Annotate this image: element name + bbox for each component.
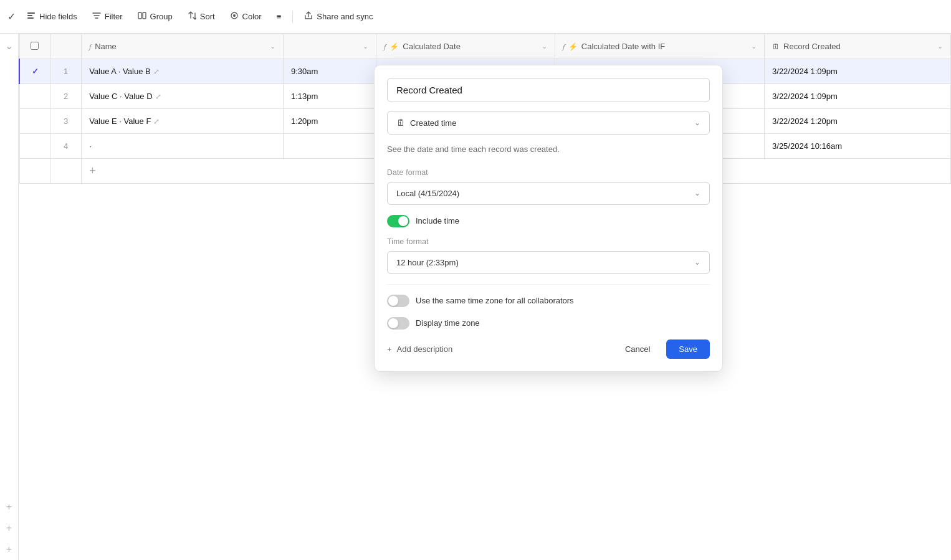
time-format-label: Time format bbox=[387, 237, 710, 246]
add-description-button[interactable]: + Add description bbox=[387, 344, 452, 354]
row-created-2: 3/22/2024 1:09pm bbox=[765, 84, 951, 109]
col-time-sort[interactable]: ⌄ bbox=[363, 42, 368, 50]
col-calcif-label: Calculated Date with IF bbox=[581, 42, 665, 51]
display-timezone-label: Display time zone bbox=[416, 318, 480, 328]
col-name-label: Name bbox=[95, 42, 117, 51]
row-created-3: 3/22/2024 1:20pm bbox=[765, 109, 951, 134]
col-calc-sort[interactable]: ⌄ bbox=[542, 42, 547, 50]
divider bbox=[387, 284, 710, 285]
include-time-row: Include time bbox=[387, 215, 710, 227]
same-timezone-row: Use the same time zone for all collabora… bbox=[387, 295, 710, 307]
density-button[interactable]: ≡ bbox=[270, 8, 288, 25]
add-row-check bbox=[19, 159, 50, 184]
main-content: ⌄ + + + 𝑓 Name ⌄ bbox=[0, 34, 951, 560]
footer-actions: Cancel Save bbox=[615, 339, 710, 359]
field-type-label: Created time bbox=[410, 118, 456, 128]
col-created-sort[interactable]: ⌄ bbox=[937, 42, 943, 50]
plus-icon-desc: + bbox=[387, 344, 392, 354]
field-name-input[interactable] bbox=[387, 78, 710, 102]
row-num-3: 3 bbox=[50, 109, 82, 134]
check-icon: ✓ bbox=[7, 11, 16, 22]
plus-icon-3[interactable]: + bbox=[6, 544, 12, 555]
toggle-knob-timezone bbox=[388, 296, 398, 306]
col-calc-label: Calculated Date bbox=[403, 42, 461, 51]
plus-icon-1[interactable]: + bbox=[6, 501, 12, 513]
add-description-label: Add description bbox=[397, 344, 453, 354]
same-timezone-label: Use the same time zone for all collabora… bbox=[416, 296, 574, 305]
left-sidebar: ⌄ + + + bbox=[0, 34, 19, 560]
col-header-calcif[interactable]: 𝑓 ⚡ Calculated Date with IF ⌄ bbox=[555, 34, 764, 59]
plus-icon-2[interactable]: + bbox=[6, 523, 12, 534]
col-header-num bbox=[50, 34, 82, 59]
same-timezone-toggle[interactable] bbox=[387, 295, 409, 307]
col-name-sort[interactable]: ⌄ bbox=[270, 42, 275, 50]
row-name-2[interactable]: Value C · Value D⤢ bbox=[82, 84, 284, 109]
record-icon-created: 🗓 bbox=[772, 42, 780, 51]
hide-fields-button[interactable]: Hide fields bbox=[21, 7, 84, 26]
sort-icon bbox=[188, 11, 196, 22]
lightning-icon-calc: ⚡ bbox=[389, 42, 399, 51]
row-name-4[interactable]: · bbox=[82, 134, 284, 159]
col-calcif-sort[interactable]: ⌄ bbox=[751, 42, 757, 50]
col-header-check[interactable] bbox=[19, 34, 50, 59]
filter-icon bbox=[92, 11, 101, 22]
share-icon bbox=[304, 11, 313, 22]
expand-arrow-3[interactable]: ⤢ bbox=[153, 117, 160, 126]
col-header-name[interactable]: 𝑓 Name ⌄ bbox=[82, 34, 284, 59]
row-num-1: 1 bbox=[50, 59, 82, 84]
lightning-icon-calcif: ⚡ bbox=[568, 42, 578, 51]
row-time-4 bbox=[283, 134, 376, 159]
field-type-selector[interactable]: 🗓 Created time ⌄ bbox=[387, 111, 710, 135]
time-format-value: 12 hour (2:33pm) bbox=[396, 258, 459, 267]
save-button[interactable]: Save bbox=[666, 339, 710, 359]
include-time-label: Include time bbox=[416, 216, 459, 225]
col-header-created[interactable]: 🗓 Record Created ⌄ bbox=[765, 34, 951, 59]
row-time-2: 1:13pm bbox=[283, 84, 376, 109]
hide-fields-icon bbox=[27, 11, 36, 22]
filter-button[interactable]: Filter bbox=[86, 7, 129, 26]
row-check-2[interactable] bbox=[19, 84, 50, 109]
share-sync-button[interactable]: Share and sync bbox=[298, 7, 379, 26]
include-time-toggle[interactable] bbox=[387, 215, 409, 227]
formula-icon-calc: 𝑓 bbox=[384, 42, 386, 51]
toggle-knob-display-tz bbox=[388, 318, 398, 328]
col-header-time[interactable]: ⌄ bbox=[283, 34, 376, 59]
density-icon: ≡ bbox=[277, 12, 282, 21]
field-editor-panel: 🗓 Created time ⌄ See the date and time e… bbox=[374, 65, 723, 372]
display-timezone-toggle[interactable] bbox=[387, 317, 409, 330]
color-button[interactable]: Color bbox=[224, 7, 268, 26]
date-format-label: Date format bbox=[387, 168, 710, 177]
add-row-num bbox=[50, 159, 82, 184]
row-check-4[interactable] bbox=[19, 134, 50, 159]
row-name-1[interactable]: Value A · Value B⤢ bbox=[82, 59, 284, 84]
panel-footer: + Add description Cancel Save bbox=[387, 339, 710, 359]
row-name-3[interactable]: Value E · Value F⤢ bbox=[82, 109, 284, 134]
date-format-value: Local (4/15/2024) bbox=[396, 189, 459, 198]
row-check-1[interactable]: ✓ bbox=[19, 59, 50, 84]
sort-button[interactable]: Sort bbox=[181, 7, 221, 26]
date-format-dropdown[interactable]: Local (4/15/2024) ⌄ bbox=[387, 182, 710, 205]
display-timezone-row: Display time zone bbox=[387, 317, 710, 330]
color-icon bbox=[230, 11, 239, 22]
filter-label: Filter bbox=[105, 12, 123, 21]
separator bbox=[292, 11, 293, 23]
row-check-3[interactable] bbox=[19, 109, 50, 134]
group-button[interactable]: Group bbox=[131, 7, 179, 26]
svg-rect-1 bbox=[27, 15, 32, 16]
clock-icon: 🗓 bbox=[396, 118, 405, 128]
formula-icon-calcif: 𝑓 bbox=[563, 42, 565, 51]
checkmark-1: ✓ bbox=[32, 67, 39, 76]
time-format-dropdown[interactable]: 12 hour (2:33pm) ⌄ bbox=[387, 251, 710, 274]
toggle-knob-include-time bbox=[398, 216, 408, 226]
select-all-checkbox[interactable] bbox=[31, 42, 39, 50]
sort-label: Sort bbox=[200, 12, 215, 21]
group-label: Group bbox=[150, 12, 173, 21]
expand-arrow-2[interactable]: ⤢ bbox=[155, 92, 161, 101]
expand-icon[interactable]: ⌄ bbox=[5, 40, 13, 52]
col-created-label: Record Created bbox=[783, 42, 841, 51]
date-format-chevron-icon: ⌄ bbox=[694, 189, 700, 197]
expand-arrow-1[interactable]: ⤢ bbox=[153, 67, 160, 76]
col-header-calc[interactable]: 𝑓 ⚡ Calculated Date ⌄ bbox=[376, 34, 555, 59]
group-icon bbox=[138, 11, 146, 22]
cancel-button[interactable]: Cancel bbox=[615, 339, 660, 359]
